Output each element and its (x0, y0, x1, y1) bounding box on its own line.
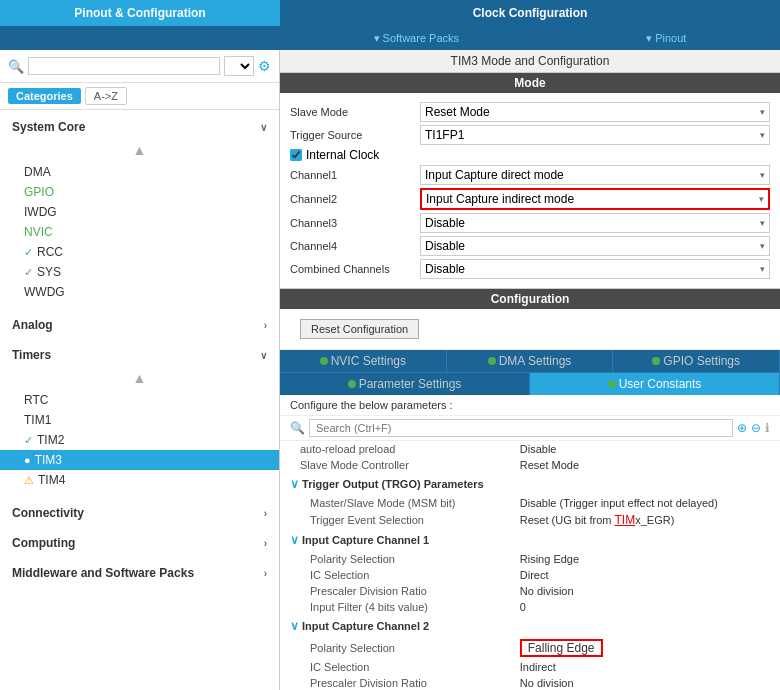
search-dropdown[interactable] (224, 56, 254, 76)
up-arrow: ▲ (133, 142, 147, 158)
combined-select[interactable]: Disable ▾ (420, 259, 770, 279)
section-computing-header[interactable]: Computing › (0, 530, 279, 556)
params-collapse-icon[interactable]: ⊖ (751, 421, 761, 435)
timers-chevron: ∨ (260, 350, 267, 361)
channel2-row: Channel2 Input Capture indirect mode ▾ (290, 188, 770, 210)
table-row-section: ∨ Input Capture Channel 2 (280, 615, 780, 637)
channel1-label: Channel1 (290, 169, 420, 181)
channel3-select[interactable]: Disable ▾ (420, 213, 770, 233)
params-expand-icon[interactable]: ⊕ (737, 421, 747, 435)
table-row: Slave Mode Controller Reset Mode (280, 457, 780, 473)
tree-item-tim2[interactable]: ✓ TIM2 (0, 430, 279, 450)
timers-up-arrow: ▲ (133, 370, 147, 386)
software-packs-link[interactable]: Software Packs (374, 32, 459, 45)
tree-item-iwdg[interactable]: IWDG (0, 202, 279, 222)
trigger-source-row: Trigger Source TI1FP1 ▾ (290, 125, 770, 145)
section-system-core-header[interactable]: System Core ∨ (0, 114, 279, 140)
trigger-source-label: Trigger Source (290, 129, 420, 141)
param-label: Prescaler Division Ratio (280, 583, 510, 599)
section-middleware-header[interactable]: Middleware and Software Packs › (0, 560, 279, 586)
pinout-link[interactable]: Pinout (646, 32, 686, 45)
channel4-select[interactable]: Disable ▾ (420, 236, 770, 256)
tim-title: TIM3 Mode and Configuration (280, 50, 780, 73)
tree-item-rcc[interactable]: ✓ RCC (0, 242, 279, 262)
tree-item-tim1[interactable]: TIM1 (0, 410, 279, 430)
gear-icon[interactable]: ⚙ (258, 58, 271, 74)
analog-chevron: › (264, 320, 267, 331)
internal-clock-row: Internal Clock (290, 148, 770, 162)
channel4-chevron: ▾ (760, 241, 765, 251)
middleware-chevron: › (264, 568, 267, 579)
param-value: Direct (510, 567, 780, 583)
tree-item-dma[interactable]: DMA (0, 162, 279, 182)
channel3-row: Channel3 Disable ▾ (290, 213, 770, 233)
table-row: Polarity Selection Falling Edge (280, 637, 780, 659)
table-row: IC Selection Direct (280, 567, 780, 583)
internal-clock-label: Internal Clock (306, 148, 379, 162)
param-label: Master/Slave Mode (MSM bit) (280, 495, 510, 511)
tab-dma-settings[interactable]: DMA Settings (447, 350, 614, 372)
user-dot (608, 380, 616, 388)
params-search-input[interactable] (309, 419, 733, 437)
internal-clock-checkbox[interactable] (290, 149, 302, 161)
channel2-select[interactable]: Input Capture indirect mode ▾ (420, 188, 770, 210)
table-row: Prescaler Division Ratio No division (280, 675, 780, 690)
tabs-row2: Parameter Settings User Constants (280, 372, 780, 395)
param-value: No division (510, 583, 780, 599)
combined-chevron: ▾ (760, 264, 765, 274)
param-label: auto-reload preload (280, 441, 510, 457)
section-timers-header[interactable]: Timers ∨ (0, 342, 279, 368)
channel4-label: Channel4 (290, 240, 420, 252)
tim4-warning-icon: ⚠ (24, 474, 34, 487)
connectivity-chevron: › (264, 508, 267, 519)
az-tab[interactable]: A->Z (85, 87, 127, 105)
section-analog-header[interactable]: Analog › (0, 312, 279, 338)
section-label: ∨ Input Capture Channel 1 (280, 529, 780, 551)
channel1-row: Channel1 Input Capture direct mode ▾ (290, 165, 770, 185)
sub-left (0, 26, 280, 50)
tree-item-tim4[interactable]: ⚠ TIM4 (0, 470, 279, 490)
tree-item-rtc[interactable]: RTC (0, 390, 279, 410)
tab-user-constants[interactable]: User Constants (530, 373, 780, 395)
tree-item-nvic[interactable]: NVIC (0, 222, 279, 242)
tabs-row1: NVIC Settings DMA Settings GPIO Settings (280, 350, 780, 372)
param-value: Rising Edge (510, 551, 780, 567)
tree-item-wwdg[interactable]: WWDG (0, 282, 279, 302)
header-pinout: Pinout & Configuration (0, 0, 280, 26)
trigger-source-select[interactable]: TI1FP1 ▾ (420, 125, 770, 145)
tab-gpio-settings[interactable]: GPIO Settings (613, 350, 780, 372)
param-label: IC Selection (280, 659, 510, 675)
section-analog: Analog › (0, 312, 279, 338)
params-info-icon[interactable]: ℹ (765, 421, 770, 435)
slave-mode-chevron: ▾ (760, 107, 765, 117)
tab-nvic-settings[interactable]: NVIC Settings (280, 350, 447, 372)
param-value: No division (510, 675, 780, 690)
tree-item-tim3[interactable]: ● TIM3 (0, 450, 279, 470)
section-connectivity-header[interactable]: Connectivity › (0, 500, 279, 526)
tree-item-sys[interactable]: ✓ SYS (0, 262, 279, 282)
param-label: Slave Mode Controller (280, 457, 510, 473)
param-label: IC Selection (280, 567, 510, 583)
reset-config-button[interactable]: Reset Configuration (300, 319, 419, 339)
tab-parameter-settings[interactable]: Parameter Settings (280, 373, 530, 395)
params-search-row: 🔍 ⊕ ⊖ ℹ (280, 416, 780, 441)
combined-label: Combined Channels (290, 263, 420, 275)
channel3-label: Channel3 (290, 217, 420, 229)
param-value-falling-edge: Falling Edge (510, 637, 780, 659)
nvic-dot (320, 357, 328, 365)
search-bar: 🔍 ⚙ (0, 50, 279, 83)
table-row: Polarity Selection Rising Edge (280, 551, 780, 567)
system-core-chevron: ∨ (260, 122, 267, 133)
param-label: Polarity Selection (280, 551, 510, 567)
slave-mode-select[interactable]: Reset Mode ▾ (420, 102, 770, 122)
table-row-section: ∨ Trigger Output (TRGO) Parameters (280, 473, 780, 495)
channel1-select[interactable]: Input Capture direct mode ▾ (420, 165, 770, 185)
search-input[interactable] (28, 57, 220, 75)
dma-dot (488, 357, 496, 365)
tree-item-gpio[interactable]: GPIO (0, 182, 279, 202)
params-label: Configure the below parameters : (280, 395, 780, 416)
param-value: Indirect (510, 659, 780, 675)
categories-tab[interactable]: Categories (8, 88, 81, 104)
param-value: Disable (510, 441, 780, 457)
param-label: Prescaler Division Ratio (280, 675, 510, 690)
